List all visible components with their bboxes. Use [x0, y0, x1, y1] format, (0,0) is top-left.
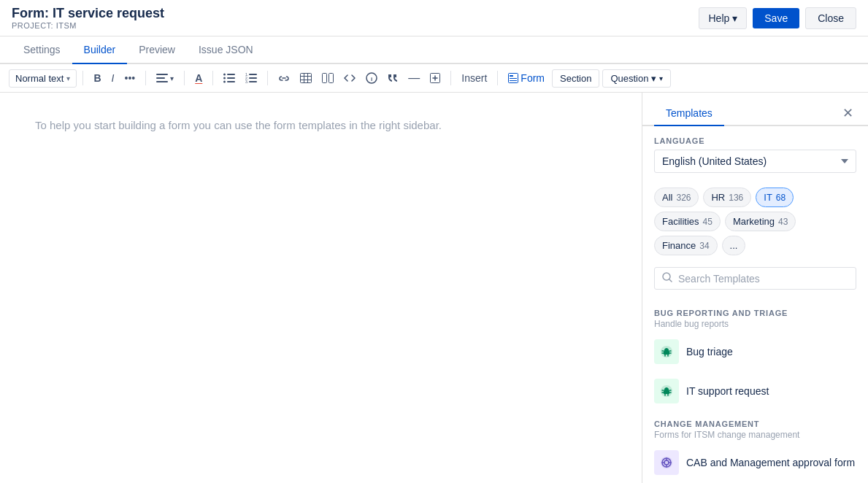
align-button[interactable]: ▾	[152, 71, 178, 85]
category-pill-finance[interactable]: Finance 34	[654, 236, 718, 255]
save-button[interactable]: Save	[753, 8, 799, 28]
template-group-change-subtitle: Forms for ITSM change management	[654, 430, 856, 440]
info-button[interactable]: i	[361, 69, 382, 87]
text-style-dropdown[interactable]: Normal text	[9, 69, 77, 88]
sidebar-header: Templates ✕	[642, 93, 868, 126]
category-pills: All 326 HR 136 IT 68 Facilities 45 Marke…	[654, 188, 856, 255]
svg-rect-2	[156, 81, 168, 82]
template-item-it-support[interactable]: IT support request	[642, 371, 868, 411]
sidebar-close-button[interactable]: ✕	[840, 102, 856, 124]
bold-button[interactable]: B	[89, 69, 105, 87]
template-groups: BUG REPORTING AND TRIAGE Handle bug repo…	[642, 297, 868, 483]
editor-area[interactable]: To help you start building a form you ca…	[0, 93, 642, 483]
search-icon	[662, 272, 672, 285]
insert-elements-group: i —	[274, 69, 445, 88]
numbered-list-button[interactable]: 1. 2. 3.	[241, 70, 261, 86]
template-name-cab: CAB and Management approval form	[686, 457, 855, 468]
toolbar-divider-1	[82, 71, 83, 85]
svg-point-5	[223, 77, 226, 80]
template-group-subtitle: Handle bug reports	[654, 319, 856, 329]
bullet-list-button[interactable]	[219, 70, 239, 86]
app-header: Form: IT service request PROJECT: ITSM H…	[0, 0, 868, 36]
search-input[interactable]	[678, 273, 848, 285]
toolbar: Normal text B I ••• ▾ A	[0, 64, 868, 93]
text-style-group: Normal text	[9, 69, 77, 88]
category-pill-it[interactable]: IT 68	[756, 188, 794, 207]
sidebar-tab-templates[interactable]: Templates	[654, 101, 724, 126]
form-button[interactable]: Form	[504, 69, 549, 87]
svg-rect-6	[227, 77, 235, 79]
more-formatting-button[interactable]: •••	[120, 69, 139, 87]
insert-button[interactable]: Insert	[457, 69, 491, 87]
category-pill-facilities[interactable]: Facilities 45	[654, 212, 721, 231]
expand-button[interactable]	[426, 70, 445, 86]
tabs-bar: Settings Builder Preview Issue JSON	[0, 36, 868, 64]
template-group-change-title: CHANGE MANAGEMENT	[654, 420, 856, 428]
toolbar-divider-2	[145, 71, 146, 85]
template-name-bug-triage: Bug triage	[686, 346, 733, 358]
tab-issue-json[interactable]: Issue JSON	[187, 36, 265, 64]
svg-point-7	[223, 81, 226, 83]
svg-rect-28	[510, 80, 517, 81]
svg-rect-1	[156, 77, 165, 79]
svg-rect-4	[227, 74, 235, 75]
search-wrapper	[654, 267, 856, 290]
header-actions: Help ▾ Save Close	[699, 7, 856, 29]
app-subtitle: PROJECT: ITSM	[12, 21, 164, 30]
language-select[interactable]: English (United States)	[654, 150, 856, 173]
template-group-bug-reporting-header: BUG REPORTING AND TRIAGE Handle bug repo…	[642, 300, 868, 332]
tab-settings[interactable]: Settings	[12, 36, 72, 64]
italic-button[interactable]: I	[107, 69, 119, 87]
align-group: ▾	[152, 71, 178, 85]
category-pill-more[interactable]: ...	[722, 236, 746, 255]
language-label: LANGUAGE	[654, 136, 856, 145]
template-group-title: BUG REPORTING AND TRIAGE	[654, 309, 856, 317]
template-icon-it-support	[654, 379, 679, 403]
toolbar-divider-4	[212, 71, 213, 85]
editor-placeholder: To help you start building a form you ca…	[35, 116, 607, 135]
toolbar-divider-7	[497, 71, 498, 85]
svg-rect-8	[227, 81, 235, 82]
tab-preview[interactable]: Preview	[127, 36, 187, 64]
svg-rect-33	[664, 390, 669, 394]
code-button[interactable]	[339, 71, 360, 85]
title-area: Form: IT service request PROJECT: ITSM	[12, 6, 164, 30]
svg-rect-12	[249, 77, 257, 79]
category-section: All 326 HR 136 IT 68 Facilities 45 Marke…	[642, 180, 868, 263]
svg-text:i: i	[371, 76, 372, 82]
quote-button[interactable]	[383, 71, 402, 85]
svg-point-3	[223, 74, 226, 76]
formatting-group: B I •••	[89, 69, 139, 87]
table-button[interactable]	[296, 70, 316, 86]
template-name-it-support: IT support request	[686, 385, 769, 397]
svg-rect-15	[301, 74, 312, 83]
question-button[interactable]: Question ▾	[602, 69, 671, 88]
close-button[interactable]: Close	[805, 7, 856, 29]
category-pill-marketing[interactable]: Marketing 43	[725, 212, 796, 231]
layout-button[interactable]	[318, 70, 338, 86]
template-item-cab[interactable]: CAB and Management approval form	[642, 443, 868, 482]
app-title: Form: IT service request	[12, 6, 164, 21]
link-button[interactable]	[274, 72, 294, 85]
category-pill-all[interactable]: All 326	[654, 188, 699, 207]
list-group: 1. 2. 3.	[219, 70, 261, 86]
category-pill-hr[interactable]: HR 136	[703, 188, 751, 207]
sidebar-tabs: Templates	[654, 101, 724, 125]
tab-builder[interactable]: Builder	[72, 36, 128, 64]
template-group-change-management-header: CHANGE MANAGEMENT Forms for ITSM change …	[642, 411, 868, 443]
template-item-bug-triage[interactable]: Bug triage	[642, 332, 868, 371]
search-section	[642, 263, 868, 297]
sidebar: Templates ✕ LANGUAGE English (United Sta…	[642, 93, 868, 483]
text-color-button[interactable]: A	[191, 69, 207, 87]
svg-rect-0	[156, 74, 168, 75]
template-icon-cab	[654, 450, 679, 475]
svg-rect-14	[249, 81, 257, 82]
section-button[interactable]: Section	[552, 69, 599, 88]
chevron-down-icon: ▾	[651, 73, 656, 84]
dash-button[interactable]: —	[404, 69, 424, 88]
svg-rect-10	[249, 74, 257, 75]
svg-rect-31	[664, 351, 669, 355]
help-button[interactable]: Help ▾	[699, 7, 747, 29]
toolbar-divider-5	[267, 71, 268, 85]
svg-rect-21	[329, 74, 334, 83]
